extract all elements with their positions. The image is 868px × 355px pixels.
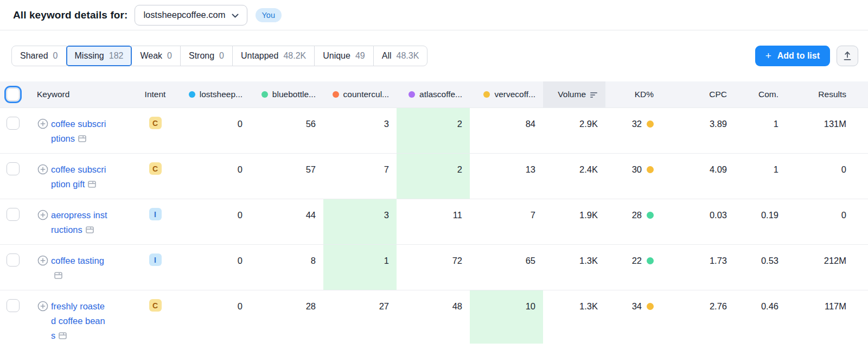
row-checkbox-cell [0, 199, 30, 245]
tab-unique[interactable]: Unique49 [314, 46, 374, 66]
column-header-results[interactable]: Results [787, 81, 868, 108]
plus-icon: + [765, 50, 771, 61]
tab-strong[interactable]: Strong0 [180, 46, 233, 66]
row-checkbox-cell [0, 154, 30, 199]
add-keyword-plus-icon[interactable] [37, 164, 48, 192]
tab-label: Weak [140, 51, 162, 61]
tab-label: Missing [75, 51, 104, 61]
add-keyword-plus-icon[interactable] [37, 255, 48, 283]
column-header-keyword[interactable]: Keyword [30, 81, 133, 108]
competitor-label: bluebottle... [272, 90, 316, 99]
competitor-label: atlascoffe... [419, 90, 462, 99]
keyword-cell: aeropress instructions [30, 199, 133, 245]
position-cell: 8 [250, 245, 323, 290]
row-checkbox[interactable] [7, 299, 20, 312]
competitor-label: countercul... [343, 90, 389, 99]
tab-label: All [382, 51, 392, 61]
tab-label: Unique [323, 51, 350, 61]
serp-features-icon[interactable] [78, 135, 86, 142]
row-checkbox[interactable] [7, 162, 20, 175]
position-cell: 28 [250, 290, 323, 344]
intent-cell: C [133, 154, 177, 199]
tab-untapped[interactable]: Untapped48.2K [232, 46, 315, 66]
kd-cell: 32 [605, 108, 662, 154]
tab-weak[interactable]: Weak0 [131, 46, 181, 66]
keywords-table-wrap: KeywordIntentlostsheep...bluebottle...co… [0, 81, 868, 344]
column-header-com[interactable]: Com. [736, 81, 787, 108]
cpc-cell: 4.09 [662, 154, 736, 199]
intent-badge: I [149, 208, 162, 220]
cpc-cell: 0.03 [662, 199, 736, 245]
serp-features-icon[interactable] [88, 181, 96, 188]
results-cell: 117M [787, 290, 868, 344]
tab-count: 49 [355, 51, 365, 61]
kd-value: 30 [632, 164, 642, 174]
table-row: coffee subscription giftC05772132.4K304.… [0, 154, 868, 199]
volume-cell: 1.9K [543, 199, 605, 245]
column-header-competitor-4[interactable]: vervecoff... [470, 81, 543, 108]
position-cell: 56 [250, 108, 323, 154]
table-row: coffee tastingI08172651.3K221.730.53212M [0, 245, 868, 290]
add-keyword-plus-icon[interactable] [37, 301, 48, 343]
cpc-cell: 1.73 [662, 245, 736, 290]
results-cell: 0 [787, 154, 868, 199]
you-badge: You [256, 8, 282, 22]
tab-count: 48.3K [396, 51, 419, 61]
column-header-competitor-1[interactable]: bluebottle... [250, 81, 323, 108]
keyword-link[interactable]: coffee tasting [51, 256, 104, 265]
tab-count: 48.2K [283, 51, 306, 61]
add-keyword-plus-icon[interactable] [37, 210, 48, 237]
position-cell: 10 [470, 290, 543, 344]
serp-features-icon[interactable] [54, 272, 62, 279]
column-header-competitor-3[interactable]: atlascoffe... [397, 81, 470, 108]
tab-shared[interactable]: Shared0 [11, 46, 67, 66]
column-header-competitor-2[interactable]: countercul... [323, 81, 397, 108]
intent-cell: C [133, 108, 177, 154]
position-cell: 48 [397, 290, 470, 344]
keyword-link[interactable]: coffee subscription gift [51, 164, 106, 189]
position-cell: 7 [470, 199, 543, 245]
competitor-dot-icon [333, 91, 339, 98]
export-button[interactable] [837, 46, 858, 66]
add-to-list-label: Add to list [777, 51, 820, 61]
column-header-competitor-0[interactable]: lostsheep... [177, 81, 250, 108]
table-row: coffee subscriptionsC05632842.9K323.8911… [0, 108, 868, 154]
intent-cell: I [133, 199, 177, 245]
serp-features-icon[interactable] [86, 226, 94, 233]
row-checkbox[interactable] [7, 208, 20, 221]
intent-badge: I [149, 253, 162, 266]
row-checkbox[interactable] [7, 117, 20, 130]
position-cell: 0 [177, 245, 250, 290]
kd-level-dot-icon [647, 303, 654, 310]
select-all-checkbox[interactable] [7, 88, 20, 101]
add-keyword-plus-icon[interactable] [37, 118, 48, 146]
com-cell: 0.19 [736, 199, 787, 245]
add-to-list-button[interactable]: + Add to list [755, 46, 830, 66]
toolbar-actions: + Add to list [755, 46, 858, 66]
column-header-kd[interactable]: KD% [605, 81, 662, 108]
competitor-dot-icon [261, 91, 268, 98]
volume-cell: 1.3K [543, 290, 605, 344]
row-checkbox-cell [0, 108, 30, 154]
tab-missing[interactable]: Missing182 [66, 46, 132, 66]
kd-level-dot-icon [647, 212, 654, 219]
topbar: All keyword details for: lostsheepcoffee… [0, 0, 868, 30]
row-checkbox[interactable] [7, 253, 20, 267]
volume-cell: 2.9K [543, 108, 605, 154]
position-cell: 3 [323, 199, 397, 245]
domain-selector[interactable]: lostsheepcoffee.com [135, 5, 247, 26]
column-header-volume[interactable]: Volume [543, 81, 605, 108]
table-header-row: KeywordIntentlostsheep...bluebottle...co… [0, 81, 868, 108]
kd-cell: 28 [605, 199, 662, 245]
volume-cell: 1.3K [543, 245, 605, 290]
competitor-dot-icon [483, 91, 490, 98]
table-row: aeropress instructionsI04431171.9K280.03… [0, 199, 868, 245]
intent-badge: C [149, 162, 162, 175]
keyword-link[interactable]: aeropress instructions [51, 210, 107, 234]
results-cell: 0 [787, 199, 868, 245]
column-header-cpc[interactable]: CPC [662, 81, 736, 108]
competitor-dot-icon [409, 91, 415, 98]
serp-features-icon[interactable] [59, 332, 67, 339]
column-header-intent[interactable]: Intent [133, 81, 177, 108]
tab-all[interactable]: All48.3K [373, 46, 428, 66]
